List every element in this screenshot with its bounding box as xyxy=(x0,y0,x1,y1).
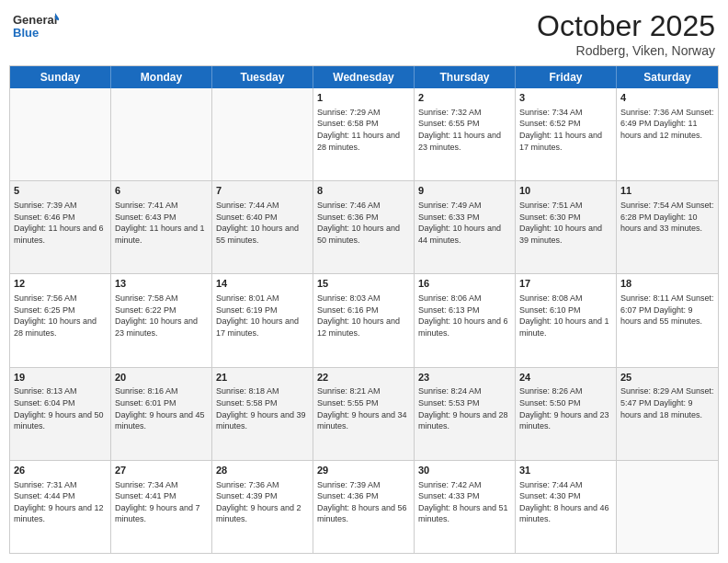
day-number-10: 10 xyxy=(519,184,612,198)
day-number-25: 25 xyxy=(620,371,714,385)
header-wednesday: Wednesday xyxy=(313,66,415,88)
cell-text-22: Sunrise: 8:21 AM Sunset: 5:55 PM Dayligh… xyxy=(317,385,410,431)
header-friday: Friday xyxy=(516,66,617,88)
day-number-31: 31 xyxy=(519,464,612,477)
cell-text-2: Sunrise: 7:32 AM Sunset: 6:55 PM Dayligh… xyxy=(418,107,511,153)
day-number-3: 3 xyxy=(519,91,612,105)
day-number-6: 6 xyxy=(115,184,208,198)
cell-text-8: Sunrise: 7:46 AM Sunset: 6:36 PM Dayligh… xyxy=(317,200,410,246)
day-number-28: 28 xyxy=(216,464,309,477)
calendar-cell-r4-c0: 26Sunrise: 7:31 AM Sunset: 4:44 PM Dayli… xyxy=(10,461,111,553)
calendar-cell-r0-c2 xyxy=(212,88,313,180)
cell-text-4: Sunrise: 7:36 AM Sunset: 6:49 PM Dayligh… xyxy=(620,107,714,142)
cell-text-7: Sunrise: 7:44 AM Sunset: 6:40 PM Dayligh… xyxy=(216,200,309,246)
cell-text-18: Sunrise: 8:11 AM Sunset: 6:07 PM Dayligh… xyxy=(620,293,714,327)
day-number-17: 17 xyxy=(519,277,612,291)
calendar-row-0: 1Sunrise: 7:29 AM Sunset: 6:58 PM Daylig… xyxy=(10,88,718,180)
svg-text:Blue: Blue xyxy=(13,26,39,40)
day-number-18: 18 xyxy=(620,277,714,291)
day-number-21: 21 xyxy=(216,371,309,385)
day-number-11: 11 xyxy=(620,184,714,198)
cell-text-17: Sunrise: 8:08 AM Sunset: 6:10 PM Dayligh… xyxy=(519,293,612,339)
day-number-24: 24 xyxy=(519,371,612,385)
calendar-cell-r0-c0 xyxy=(10,88,111,180)
day-number-13: 13 xyxy=(115,277,208,291)
calendar-body: 1Sunrise: 7:29 AM Sunset: 6:58 PM Daylig… xyxy=(10,88,718,553)
calendar-cell-r0-c1 xyxy=(111,88,212,180)
day-number-23: 23 xyxy=(418,371,511,385)
location: Rodberg, Viken, Norway xyxy=(537,43,715,58)
header-sunday: Sunday xyxy=(10,66,111,88)
day-number-30: 30 xyxy=(418,464,511,477)
calendar-cell-r4-c2: 28Sunrise: 7:36 AM Sunset: 4:39 PM Dayli… xyxy=(212,461,313,553)
cell-text-21: Sunrise: 8:18 AM Sunset: 5:58 PM Dayligh… xyxy=(216,385,309,431)
calendar-cell-r2-c6: 18Sunrise: 8:11 AM Sunset: 6:07 PM Dayli… xyxy=(617,274,718,366)
day-number-12: 12 xyxy=(14,277,107,291)
day-number-22: 22 xyxy=(317,371,410,385)
cell-text-5: Sunrise: 7:39 AM Sunset: 6:46 PM Dayligh… xyxy=(14,200,107,246)
month-title: October 2025 xyxy=(537,9,715,43)
calendar-cell-r4-c3: 29Sunrise: 7:39 AM Sunset: 4:36 PM Dayli… xyxy=(313,461,415,553)
calendar-cell-r3-c0: 19Sunrise: 8:13 AM Sunset: 6:04 PM Dayli… xyxy=(10,368,111,460)
calendar-cell-r1-c4: 9Sunrise: 7:49 AM Sunset: 6:33 PM Daylig… xyxy=(415,181,516,273)
calendar-cell-r3-c1: 20Sunrise: 8:16 AM Sunset: 6:01 PM Dayli… xyxy=(111,368,212,460)
day-number-14: 14 xyxy=(216,277,309,291)
cell-text-6: Sunrise: 7:41 AM Sunset: 6:43 PM Dayligh… xyxy=(115,200,208,246)
calendar-cell-r2-c1: 13Sunrise: 7:58 AM Sunset: 6:22 PM Dayli… xyxy=(111,274,212,366)
calendar-cell-r4-c6 xyxy=(617,461,718,553)
calendar-cell-r0-c6: 4Sunrise: 7:36 AM Sunset: 6:49 PM Daylig… xyxy=(617,88,718,180)
day-number-20: 20 xyxy=(115,371,208,385)
calendar-row-4: 26Sunrise: 7:31 AM Sunset: 4:44 PM Dayli… xyxy=(10,460,718,553)
calendar-cell-r1-c5: 10Sunrise: 7:51 AM Sunset: 6:30 PM Dayli… xyxy=(516,181,617,273)
day-number-15: 15 xyxy=(317,277,410,291)
calendar-cell-r3-c5: 24Sunrise: 8:26 AM Sunset: 5:50 PM Dayli… xyxy=(516,368,617,460)
calendar-cell-r3-c6: 25Sunrise: 8:29 AM Sunset: 5:47 PM Dayli… xyxy=(617,368,718,460)
day-number-27: 27 xyxy=(115,464,208,477)
calendar-cell-r1-c0: 5Sunrise: 7:39 AM Sunset: 6:46 PM Daylig… xyxy=(10,181,111,273)
day-number-9: 9 xyxy=(418,184,511,198)
calendar-cell-r3-c4: 23Sunrise: 8:24 AM Sunset: 5:53 PM Dayli… xyxy=(415,368,516,460)
calendar-cell-r4-c5: 31Sunrise: 7:44 AM Sunset: 4:30 PM Dayli… xyxy=(516,461,617,553)
day-number-7: 7 xyxy=(216,184,309,198)
calendar-header: Sunday Monday Tuesday Wednesday Thursday… xyxy=(10,66,718,88)
header-monday: Monday xyxy=(111,66,212,88)
day-number-2: 2 xyxy=(418,91,511,105)
day-number-26: 26 xyxy=(14,464,107,477)
calendar: Sunday Monday Tuesday Wednesday Thursday… xyxy=(9,65,719,554)
cell-text-23: Sunrise: 8:24 AM Sunset: 5:53 PM Dayligh… xyxy=(418,385,511,431)
calendar-cell-r0-c3: 1Sunrise: 7:29 AM Sunset: 6:58 PM Daylig… xyxy=(313,88,415,180)
cell-text-1: Sunrise: 7:29 AM Sunset: 6:58 PM Dayligh… xyxy=(317,107,410,153)
logo-svg: General Blue xyxy=(13,9,59,42)
day-number-8: 8 xyxy=(317,184,410,198)
calendar-cell-r2-c0: 12Sunrise: 7:56 AM Sunset: 6:25 PM Dayli… xyxy=(10,274,111,366)
cell-text-29: Sunrise: 7:39 AM Sunset: 4:36 PM Dayligh… xyxy=(317,479,410,525)
header-tuesday: Tuesday xyxy=(212,66,313,88)
day-number-4: 4 xyxy=(620,91,714,105)
day-number-19: 19 xyxy=(14,371,107,385)
cell-text-16: Sunrise: 8:06 AM Sunset: 6:13 PM Dayligh… xyxy=(418,293,511,339)
page: General Blue October 2025 Rodberg, Viken… xyxy=(0,0,728,563)
calendar-cell-r0-c5: 3Sunrise: 7:34 AM Sunset: 6:52 PM Daylig… xyxy=(516,88,617,180)
cell-text-19: Sunrise: 8:13 AM Sunset: 6:04 PM Dayligh… xyxy=(14,385,107,431)
cell-text-11: Sunrise: 7:54 AM Sunset: 6:28 PM Dayligh… xyxy=(620,200,714,235)
svg-text:General: General xyxy=(13,13,57,27)
calendar-cell-r2-c2: 14Sunrise: 8:01 AM Sunset: 6:19 PM Dayli… xyxy=(212,274,313,366)
cell-text-10: Sunrise: 7:51 AM Sunset: 6:30 PM Dayligh… xyxy=(519,200,612,246)
calendar-cell-r2-c3: 15Sunrise: 8:03 AM Sunset: 6:16 PM Dayli… xyxy=(313,274,415,366)
calendar-cell-r1-c3: 8Sunrise: 7:46 AM Sunset: 6:36 PM Daylig… xyxy=(313,181,415,273)
calendar-cell-r4-c1: 27Sunrise: 7:34 AM Sunset: 4:41 PM Dayli… xyxy=(111,461,212,553)
calendar-cell-r3-c3: 22Sunrise: 8:21 AM Sunset: 5:55 PM Dayli… xyxy=(313,368,415,460)
calendar-row-3: 19Sunrise: 8:13 AM Sunset: 6:04 PM Dayli… xyxy=(10,367,718,460)
calendar-cell-r0-c4: 2Sunrise: 7:32 AM Sunset: 6:55 PM Daylig… xyxy=(415,88,516,180)
logo: General Blue xyxy=(13,9,59,42)
cell-text-31: Sunrise: 7:44 AM Sunset: 4:30 PM Dayligh… xyxy=(519,479,612,525)
cell-text-3: Sunrise: 7:34 AM Sunset: 6:52 PM Dayligh… xyxy=(519,107,612,153)
header-thursday: Thursday xyxy=(415,66,516,88)
day-number-5: 5 xyxy=(14,184,107,198)
header: General Blue October 2025 Rodberg, Viken… xyxy=(9,9,719,58)
cell-text-28: Sunrise: 7:36 AM Sunset: 4:39 PM Dayligh… xyxy=(216,479,309,525)
cell-text-26: Sunrise: 7:31 AM Sunset: 4:44 PM Dayligh… xyxy=(14,479,107,525)
title-block: October 2025 Rodberg, Viken, Norway xyxy=(537,9,715,58)
cell-text-24: Sunrise: 8:26 AM Sunset: 5:50 PM Dayligh… xyxy=(519,385,612,431)
calendar-cell-r4-c4: 30Sunrise: 7:42 AM Sunset: 4:33 PM Dayli… xyxy=(415,461,516,553)
